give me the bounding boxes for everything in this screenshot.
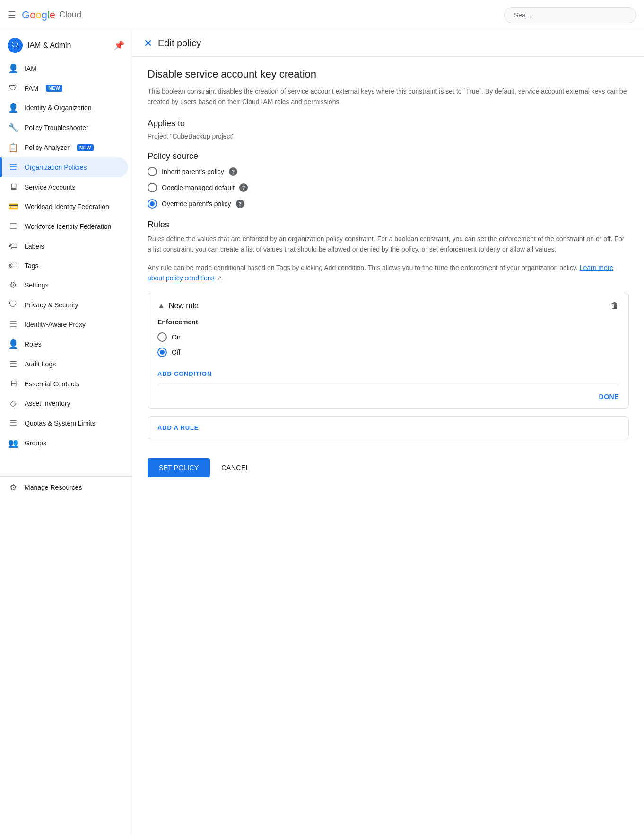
google-cloud-logo[interactable]: Google Cloud	[22, 9, 81, 21]
sidebar-item-privacy-security[interactable]: 🛡 Privacy & Security	[0, 295, 128, 314]
chevron-up-icon[interactable]: ▲	[157, 302, 165, 310]
google-managed-help-icon[interactable]: ?	[239, 183, 248, 192]
search-input[interactable]: Sea...	[504, 7, 636, 23]
set-policy-button[interactable]: SET POLICY	[148, 458, 210, 477]
new-rule-card: ▲ New rule 🗑 Enforcement On	[148, 293, 629, 409]
sidebar-item-label: Asset Inventory	[25, 400, 70, 407]
quotas-icon: ☰	[8, 418, 19, 428]
sidebar-item-roles[interactable]: 👤 Roles	[0, 334, 128, 354]
add-rule-button[interactable]: ADD A RULE	[157, 424, 199, 431]
action-buttons: SET POLICY CANCEL	[148, 451, 629, 485]
sidebar-item-tags[interactable]: 🏷 Tags	[0, 256, 128, 275]
labels-icon: 🏷	[8, 241, 19, 251]
sidebar-item-label: Quotas & System Limits	[25, 419, 95, 427]
pin-icon[interactable]: 📌	[114, 40, 124, 51]
iam-admin-icon: 🛡	[11, 41, 19, 50]
asset-inventory-icon: ◇	[8, 398, 19, 409]
enforcement-label: Enforcement	[157, 318, 619, 326]
sidebar-item-label: Settings	[25, 281, 49, 289]
rule-card-header: ▲ New rule 🗑	[157, 301, 619, 311]
sidebar-header-icon: 🛡	[8, 38, 23, 53]
sidebar-item-workload-identity[interactable]: 💳 Workload Identity Federation	[0, 197, 128, 217]
radio-override-label: Override parent's policy	[162, 200, 231, 208]
cancel-button[interactable]: CANCEL	[218, 458, 253, 477]
sidebar-item-iam[interactable]: 👤 IAM	[0, 59, 128, 78]
sidebar-item-iap[interactable]: ☰ Identity-Aware Proxy	[0, 314, 128, 334]
policy-source-label: Policy source	[148, 151, 629, 161]
policy-source-section: Policy source Inherit parent's policy ? …	[148, 151, 629, 209]
sidebar-item-identity-org[interactable]: 👤 Identity & Organization	[0, 98, 128, 118]
delete-rule-icon[interactable]: 🗑	[610, 301, 619, 311]
topbar: ☰ Google Cloud Sea...	[0, 0, 644, 30]
sidebar-item-asset-inventory[interactable]: ◇ Asset Inventory	[0, 393, 128, 413]
menu-icon[interactable]: ☰	[8, 9, 16, 21]
sidebar-nav: 👤 IAM 🛡 PAM NEW 👤 Identity & Organizatio…	[0, 57, 132, 453]
override-help-icon[interactable]: ?	[236, 200, 244, 208]
sidebar-item-label: IAM	[25, 65, 36, 72]
sidebar-item-label: Privacy & Security	[25, 301, 78, 309]
add-condition-button[interactable]: ADD CONDITION	[157, 366, 212, 381]
radio-google-managed-label: Google-managed default	[162, 184, 235, 191]
rules-conditions: Any rule can be made conditional based o…	[148, 262, 629, 284]
tags-icon: 🏷	[8, 261, 19, 270]
radio-circle-inherit	[148, 167, 157, 176]
policy-troubleshooter-icon: 🔧	[8, 122, 19, 133]
radio-circle-on	[157, 332, 167, 342]
rules-label: Rules	[148, 220, 629, 230]
roles-icon: 👤	[8, 339, 19, 349]
edit-policy-header: ✕ Edit policy	[132, 30, 644, 57]
identity-org-icon: 👤	[8, 103, 19, 113]
radio-on-label: On	[172, 333, 181, 341]
sidebar-title: IAM & Admin	[27, 41, 109, 50]
inherit-help-icon[interactable]: ?	[229, 167, 237, 176]
sidebar-item-label: Workforce Identity Federation	[25, 223, 111, 230]
sidebar-item-label: Organization Policies	[25, 164, 87, 171]
radio-enforcement-off[interactable]: Off	[157, 348, 619, 357]
sidebar-item-policy-analyzer[interactable]: 📋 Policy Analyzer NEW	[0, 138, 128, 157]
privacy-security-icon: 🛡	[8, 300, 19, 310]
radio-override-parent[interactable]: Override parent's policy ?	[148, 199, 629, 209]
radio-circle-off	[157, 348, 167, 357]
sidebar-item-labels[interactable]: 🏷 Labels	[0, 236, 128, 256]
main-content: ✕ Edit policy Disable service account ke…	[132, 30, 644, 835]
policy-analyzer-icon: 📋	[8, 142, 19, 153]
done-button[interactable]: DONE	[599, 393, 619, 400]
sidebar-item-quotas[interactable]: ☰ Quotas & System Limits	[0, 413, 128, 433]
radio-inherit-label: Inherit parent's policy	[162, 168, 224, 175]
radio-inherit-parent[interactable]: Inherit parent's policy ?	[148, 167, 629, 176]
sidebar-item-workforce-identity[interactable]: ☰ Workforce Identity Federation	[0, 217, 128, 236]
rules-description: Rules define the values that are enforce…	[148, 234, 629, 255]
groups-icon: 👥	[8, 438, 19, 448]
cloud-text: Cloud	[59, 10, 81, 20]
settings-icon: ⚙	[8, 280, 19, 290]
radio-enforcement-on[interactable]: On	[157, 332, 619, 342]
radio-google-managed[interactable]: Google-managed default ?	[148, 183, 629, 192]
workforce-identity-icon: ☰	[8, 221, 19, 232]
sidebar-item-audit-logs[interactable]: ☰ Audit Logs	[0, 354, 128, 374]
sidebar-item-settings[interactable]: ⚙ Settings	[0, 275, 128, 295]
sidebar-item-groups[interactable]: 👥 Groups	[0, 433, 128, 453]
sidebar-item-pam[interactable]: 🛡 PAM NEW	[0, 78, 128, 98]
workload-identity-icon: 💳	[8, 201, 19, 212]
applies-to-label: Applies to	[148, 119, 629, 129]
sidebar-item-policy-troubleshooter[interactable]: 🔧 Policy Troubleshooter	[0, 118, 128, 138]
sidebar-item-label: PAM	[25, 85, 38, 92]
manage-resources-icon: ⚙	[8, 482, 19, 493]
sidebar-item-label: Tags	[25, 262, 39, 270]
rules-conditions-text: Any rule can be made conditional based o…	[148, 264, 578, 271]
essential-contacts-icon: 🖥	[8, 379, 19, 389]
close-button[interactable]: ✕	[144, 38, 152, 49]
enforcement-options: On Off	[157, 332, 619, 357]
org-policies-icon: ☰	[8, 162, 19, 173]
sidebar-item-essential-contacts[interactable]: 🖥 Essential Contacts	[0, 374, 128, 393]
sidebar-item-label: Labels	[25, 243, 44, 250]
radio-circle-google	[148, 183, 157, 192]
service-accounts-icon: 🖥	[8, 182, 19, 192]
sidebar-item-label: Policy Analyzer	[25, 144, 70, 151]
sidebar-item-label: Identity-Aware Proxy	[25, 321, 86, 328]
audit-logs-icon: ☰	[8, 359, 19, 369]
manage-resources-link[interactable]: ⚙ Manage Resources	[0, 476, 132, 498]
sidebar-item-org-policies[interactable]: ☰ Organization Policies	[0, 157, 128, 177]
sidebar-item-service-accounts[interactable]: 🖥 Service Accounts	[0, 177, 128, 197]
radio-circle-override	[148, 199, 157, 209]
